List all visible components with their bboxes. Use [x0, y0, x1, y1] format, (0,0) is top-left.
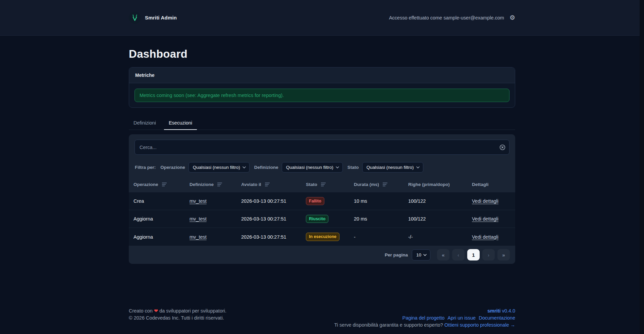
documentation-link[interactable]: Documentazione [479, 315, 515, 321]
cell-avviato: 2026-03-13 00:27:51 [241, 216, 306, 222]
chevron-down-icon [416, 166, 420, 169]
column-menu-icon[interactable] [162, 182, 167, 187]
settings-gear-icon[interactable]: ⚙ [509, 14, 515, 21]
current-page-button[interactable]: 1 [467, 249, 480, 260]
chevron-down-icon [336, 166, 339, 169]
table-body: Crea mv_test 2026-03-13 00:27:51 Fallito… [129, 192, 515, 246]
footer-links: Pagina del progetto Apri un issue Docume… [334, 315, 516, 322]
col-operazione: Operazione [133, 182, 158, 187]
cell-operazione: Aggiorna [133, 216, 190, 222]
top-bar: Smriti Admin Accesso effettuato come sam… [0, 0, 644, 36]
cell-righe: 100/122 [408, 198, 472, 204]
table-header-row: Operazione Definizione Avviato il Stato [129, 177, 515, 192]
filter-stato-select[interactable]: Qualsiasi (nessun filtro) [362, 162, 423, 173]
support-text: Ti serve disponibilità garantita e suppo… [334, 322, 443, 328]
filter-stato-label: Stato [347, 165, 359, 170]
filter-row: Filtra per: Operazione Qualsiasi (nessun… [135, 162, 509, 173]
view-details-link[interactable]: Vedi dettagli [472, 216, 498, 222]
col-righe: Righe (prima/dopo) [408, 182, 450, 187]
clear-search-icon[interactable] [499, 144, 505, 150]
cell-durata: - [354, 234, 408, 240]
page-title: Dashboard [129, 48, 515, 60]
cell-operazione: Aggiorna [133, 234, 190, 240]
brand: Smriti Admin [129, 12, 177, 24]
signed-in-text: Accesso effettuato come sample-user@exam… [389, 15, 504, 20]
executions-panel: Filtra per: Operazione Qualsiasi (nessun… [129, 134, 515, 264]
cell-durata: 10 ms [354, 198, 408, 204]
column-menu-icon[interactable] [321, 182, 326, 187]
last-page-button[interactable]: » [497, 249, 510, 260]
footer-support-line: Ti serve disponibilità garantita e suppo… [334, 322, 516, 329]
column-menu-icon[interactable] [217, 182, 222, 187]
cell-avviato: 2026-03-13 00:27:51 [241, 234, 306, 240]
col-dettagli: Dettagli [472, 182, 489, 187]
column-menu-icon[interactable] [265, 182, 270, 187]
table-row: Aggiorna mv_test 2026-03-13 00:27:51 In … [129, 228, 515, 246]
metrics-coming-soon-banner: Metrics coming soon (see: Aggregate refr… [135, 89, 509, 102]
definition-link[interactable]: mv_test [190, 198, 207, 204]
cell-durata: 20 ms [354, 216, 408, 222]
filter-operazione-label: Operazione [160, 165, 185, 170]
brand-name: Smriti Admin [145, 15, 177, 20]
footer-version-line: smriti v0.4.0 [334, 307, 516, 315]
open-issue-link[interactable]: Apri un issue [447, 315, 476, 321]
status-badge: In esecuzione [306, 233, 339, 241]
view-details-link[interactable]: Vedi dettagli [472, 198, 498, 204]
tab-definizioni[interactable]: Definizioni [129, 117, 161, 130]
footer-made-with: Creato con ❤ da sviluppatori per svilupp… [129, 307, 226, 315]
status-badge: Riuscito [306, 215, 328, 223]
per-page-value: 10 [416, 252, 421, 257]
chevron-down-icon [243, 166, 246, 169]
heart-icon: ❤ [154, 308, 158, 314]
col-stato: Stato [306, 182, 317, 187]
next-page-button[interactable]: › [482, 249, 495, 260]
filter-operazione-select[interactable]: Qualsiasi (nessun filtro) [189, 162, 250, 173]
filter-row-label: Filtra per: [135, 165, 156, 170]
scrollbar-track[interactable] [640, 0, 644, 334]
footer-copyright: © 2026 Codevedas Inc. Tutti i diritti ri… [129, 315, 226, 322]
made-with-suffix: da sviluppatori per sviluppatori. [159, 308, 226, 314]
cell-righe: -/- [408, 234, 472, 240]
col-durata: Durata (ms) [354, 182, 379, 187]
prev-page-button[interactable]: ‹ [452, 249, 465, 260]
col-definizione: Definizione [190, 182, 214, 187]
cell-avviato: 2026-03-13 00:27:51 [241, 198, 306, 204]
definition-link[interactable]: mv_test [190, 216, 207, 222]
first-page-button[interactable]: « [437, 249, 449, 260]
column-menu-icon[interactable] [383, 182, 388, 187]
status-badge: Fallito [306, 197, 324, 205]
search-input[interactable] [135, 140, 509, 155]
filter-stato-value: Qualsiasi (nessun filtro) [367, 165, 414, 170]
cell-operazione: Crea [133, 198, 190, 204]
made-with-text: Creato con [129, 308, 153, 314]
smriti-logo-icon [129, 12, 141, 24]
per-page-select[interactable]: 10 [412, 249, 430, 260]
filter-definizione-select[interactable]: Qualsiasi (nessun filtro) [282, 162, 343, 173]
table-row: Aggiorna mv_test 2026-03-13 00:27:51 Riu… [129, 210, 515, 228]
per-page-label: Per pagina [385, 252, 408, 257]
footer-brand[interactable]: smriti [487, 308, 501, 314]
pagination-bar: Per pagina 10 « ‹ 1 › » [129, 246, 515, 264]
col-avviato-il: Avviato il [241, 182, 261, 187]
metrics-card: Metriche Metrics coming soon (see: Aggre… [129, 67, 515, 108]
footer-version: v0.4.0 [502, 308, 516, 314]
table-row: Crea mv_test 2026-03-13 00:27:51 Fallito… [129, 192, 515, 210]
view-details-link[interactable]: Vedi dettagli [472, 234, 498, 240]
definition-link[interactable]: mv_test [190, 234, 207, 240]
chevron-down-icon [423, 254, 427, 256]
filter-definizione-value: Qualsiasi (nessun filtro) [286, 165, 333, 170]
tab-esecuzioni[interactable]: Esecuzioni [164, 117, 197, 130]
project-page-link[interactable]: Pagina del progetto [402, 315, 445, 321]
professional-support-link[interactable]: Ottieni supporto professionale → [444, 322, 515, 328]
cell-righe: 100/122 [408, 216, 472, 222]
tab-bar: Definizioni Esecuzioni [129, 117, 515, 130]
filter-operazione-value: Qualsiasi (nessun filtro) [193, 165, 240, 170]
metrics-card-title: Metriche [129, 67, 515, 83]
footer: Creato con ❤ da sviluppatori per svilupp… [129, 307, 515, 329]
filter-definizione-label: Definizione [254, 165, 278, 170]
